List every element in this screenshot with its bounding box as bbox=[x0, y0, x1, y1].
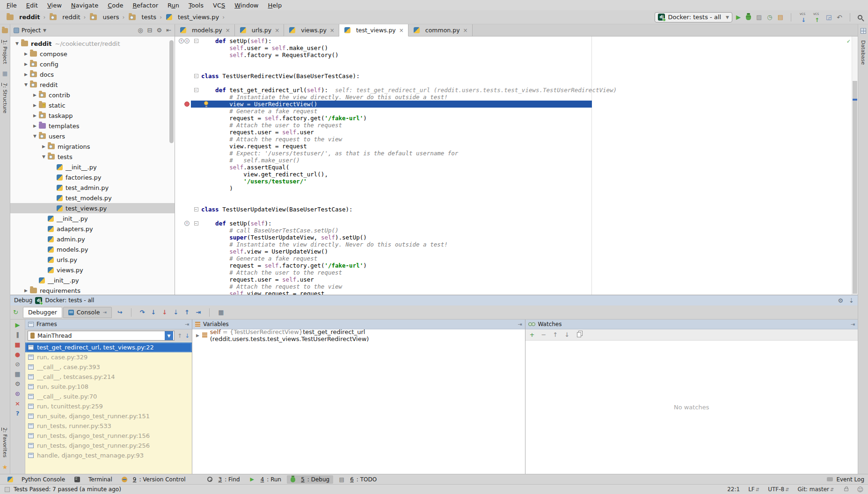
step-over-icon[interactable]: ↷ bbox=[140, 309, 145, 315]
toggle-margin-icon[interactable] bbox=[5, 487, 10, 492]
local-history-icon[interactable]: ◲ bbox=[826, 14, 832, 20]
tool-stripe-database[interactable]: Database bbox=[860, 40, 866, 65]
tree-item-reddit[interactable]: ▼reddit bbox=[10, 80, 175, 90]
overrides-method-icon[interactable]: ↑ bbox=[179, 38, 184, 44]
ide-fatal-errors-icon[interactable]: ☺ bbox=[857, 486, 863, 493]
tree-item-requirements[interactable]: ▶requirements bbox=[10, 285, 175, 295]
tab-debugger[interactable]: Debugger bbox=[23, 307, 62, 318]
hide-panel-icon[interactable]: ⇥ bbox=[851, 321, 855, 327]
tree-item-compose[interactable]: ▶compose bbox=[10, 49, 175, 59]
tree-collapse-icon[interactable]: ▼ bbox=[32, 134, 38, 138]
code-editor[interactable]: ↑↓− def setUp(self): self.user = self.ma… bbox=[175, 36, 858, 295]
mute-breakpoints-icon[interactable]: ⊘ bbox=[15, 361, 20, 367]
stop-icon[interactable]: ■ bbox=[15, 341, 20, 348]
breadcrumb-item-reddit[interactable]: reddit bbox=[4, 13, 42, 21]
rerun-icon[interactable]: ↻ bbox=[13, 309, 18, 315]
tree-item-test-models-py[interactable]: test_models.py bbox=[10, 193, 175, 203]
hide-panel-icon[interactable]: ⇥ bbox=[518, 321, 522, 327]
step-into-icon[interactable]: ↓ bbox=[151, 309, 156, 315]
status-lf[interactable]: LF⇵ bbox=[748, 486, 759, 493]
status-tab-python-console[interactable]: Python Console bbox=[4, 475, 69, 484]
coverage-icon[interactable]: ▨ bbox=[756, 14, 762, 20]
tree-item-tests[interactable]: ▼tests bbox=[10, 152, 175, 162]
tree-item-models-py[interactable]: models.py bbox=[10, 244, 175, 254]
tree-item-taskapp[interactable]: ▶taskapp bbox=[10, 110, 175, 121]
run-configuration-select[interactable]: dj Docker: tests - all ▼ bbox=[655, 12, 732, 22]
chevron-down-icon[interactable]: ▼ bbox=[165, 331, 173, 340]
tree-item-factories-py[interactable]: factories.py bbox=[10, 172, 175, 182]
frame-row[interactable]: __call__, case.py:393 bbox=[25, 362, 192, 372]
tree-expand-icon[interactable]: ▶ bbox=[32, 113, 38, 118]
status-git-master[interactable]: Git: master⇵ bbox=[798, 486, 834, 493]
menu-run[interactable]: Run bbox=[163, 1, 184, 10]
frame-row[interactable]: run, case.py:329 bbox=[25, 352, 192, 362]
hide-panel-icon[interactable]: ⇥ bbox=[185, 321, 189, 327]
tree-collapse-icon[interactable]: ▼ bbox=[41, 154, 47, 159]
evaluate-expression-icon[interactable]: ▦ bbox=[218, 309, 224, 315]
breadcrumb-item-reddit[interactable]: reddit bbox=[47, 13, 82, 21]
view-breakpoints-icon[interactable]: ● bbox=[15, 351, 20, 357]
add-watch-icon[interactable]: + bbox=[530, 332, 535, 338]
status-utf-8[interactable]: UTF-8⇵ bbox=[768, 486, 789, 493]
tab-test-views-py[interactable]: test_views.py× bbox=[339, 24, 408, 36]
tree-expand-icon[interactable]: ▶ bbox=[23, 72, 29, 77]
status-tab-debug[interactable]: 5: Debug bbox=[287, 475, 333, 484]
tree-collapse-icon[interactable]: ▼ bbox=[14, 41, 20, 46]
tree-item-templates[interactable]: ▶templates bbox=[10, 121, 175, 131]
fold-icon[interactable]: − bbox=[194, 221, 198, 225]
tool-stripe-project[interactable]: 1: Project bbox=[2, 40, 8, 64]
remove-watch-icon[interactable]: − bbox=[541, 332, 546, 338]
tree-item-views-py[interactable]: views.py bbox=[10, 265, 175, 275]
tree-expand-icon[interactable]: ▶ bbox=[23, 288, 29, 293]
tab-models-py[interactable]: models.py× bbox=[175, 24, 235, 36]
tree-item-init-py[interactable]: __init__.py bbox=[10, 213, 175, 224]
vcs-update-icon[interactable] bbox=[799, 13, 807, 22]
menu-vcs[interactable]: VCS bbox=[208, 1, 230, 10]
tab-views-py[interactable]: views.py× bbox=[284, 24, 339, 36]
coverage-data-icon[interactable]: ▤ bbox=[778, 14, 783, 20]
hide-window-icon[interactable]: ⇣ bbox=[849, 298, 854, 304]
tree-item-config[interactable]: ▶config bbox=[10, 59, 175, 69]
frame-row[interactable]: __call__, testcases.py:214 bbox=[25, 372, 192, 382]
lock-icon[interactable] bbox=[844, 488, 848, 491]
tab-console[interactable]: Console⇥ bbox=[63, 307, 112, 318]
tree-item-users[interactable]: ▼users bbox=[10, 131, 175, 141]
pin-icon[interactable]: ⊙ bbox=[15, 391, 20, 397]
menu-tools[interactable]: Tools bbox=[184, 1, 208, 10]
close-tab-icon[interactable]: × bbox=[330, 27, 335, 34]
tree-expand-icon[interactable]: ▶ bbox=[32, 124, 38, 128]
menu-view[interactable]: View bbox=[43, 1, 66, 10]
tree-item-reddit[interactable]: ▼reddit~/cookiecutter/reddit bbox=[10, 38, 175, 49]
locate-icon[interactable]: ◎ bbox=[138, 27, 143, 33]
pause-icon[interactable]: ‖ bbox=[16, 332, 19, 338]
frame-row[interactable]: run, suite.py:108 bbox=[25, 382, 192, 392]
run-icon[interactable]: ▶ bbox=[736, 14, 741, 20]
tree-item-migrations[interactable]: ▶migrations bbox=[10, 141, 175, 152]
close-tab-icon[interactable]: × bbox=[226, 27, 230, 34]
inspection-ok-icon[interactable]: ✓ bbox=[847, 38, 850, 45]
frame-row[interactable]: handle, django_test_manage.py:93 bbox=[25, 450, 192, 460]
overridden-method-icon[interactable]: ↓ bbox=[184, 38, 190, 44]
show-execution-point-icon[interactable]: ↪ bbox=[117, 309, 123, 315]
tree-item-static[interactable]: ▶static bbox=[10, 100, 175, 110]
close-tab-icon[interactable]: × bbox=[463, 27, 468, 34]
tool-stripe-structure[interactable]: 7: Structure bbox=[2, 83, 8, 113]
search-everywhere-icon[interactable] bbox=[858, 15, 862, 20]
tree-expand-icon[interactable]: ▶ bbox=[23, 51, 29, 56]
frame-row[interactable]: run_suite, django_test_runner.py:151 bbox=[25, 411, 192, 421]
thread-select[interactable]: MainThread ▼ bbox=[28, 331, 175, 341]
tree-item-urls-py[interactable]: urls.py bbox=[10, 254, 175, 265]
variable-row[interactable]: ▶ self = {TestUserRedirectView}test_get_… bbox=[192, 329, 525, 341]
tree-expand-icon[interactable]: ▶ bbox=[23, 62, 29, 66]
profiler-icon[interactable]: ◷ bbox=[767, 14, 772, 20]
help-icon[interactable]: ? bbox=[16, 410, 20, 416]
close-tab-icon[interactable]: × bbox=[275, 27, 279, 34]
frame-row[interactable]: __call__, suite.py:70 bbox=[25, 392, 192, 401]
settings-icon[interactable]: ⚙ bbox=[156, 27, 162, 33]
event-log-button[interactable]: Event Log bbox=[827, 476, 864, 483]
next-frame-icon[interactable]: ↓ bbox=[185, 333, 190, 339]
move-up-icon[interactable]: ↑ bbox=[553, 332, 558, 338]
status-tab-todo[interactable]: 6: TODO bbox=[335, 475, 380, 484]
open-in-editor-icon[interactable]: ⇥ bbox=[102, 310, 106, 315]
rollback-icon[interactable]: ↶ bbox=[837, 14, 842, 21]
